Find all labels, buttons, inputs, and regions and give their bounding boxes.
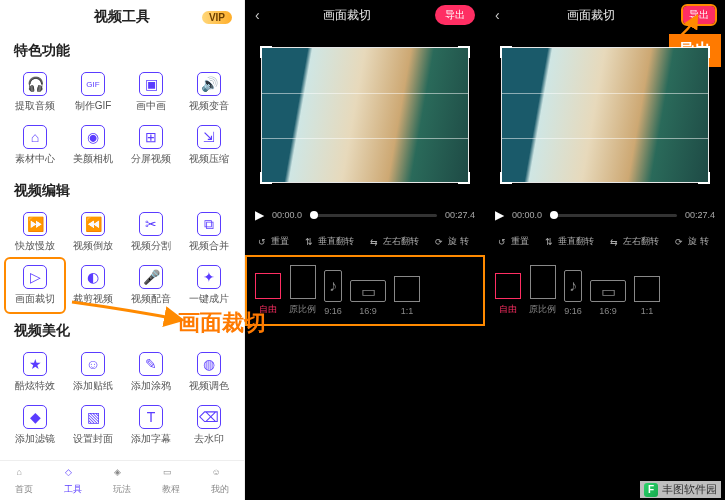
ratio-16:9[interactable]: ▭16:9 [590,280,626,316]
tool-label: 分屏视频 [131,152,171,166]
ratio-原比例[interactable]: 原比例 [289,265,316,316]
tool-label: 酷炫特效 [15,379,55,393]
back-icon[interactable]: ‹ [255,7,260,23]
play-icon[interactable]: ▶ [495,208,504,222]
tool-trim[interactable]: ◐裁剪视频 [64,259,122,312]
tool-label: 美颜相机 [73,152,113,166]
handle-tl[interactable] [260,46,272,58]
time-start: 00:00.0 [272,210,302,220]
timeline: ▶ 00:00.0 00:27.4 [485,200,725,228]
speed-icon: ⏩ [23,212,47,236]
ratio-9:16[interactable]: ♪9:16 [324,270,342,316]
tool-compress[interactable]: ⇲视频压缩 [180,119,238,172]
tool-label: 一键成片 [189,292,229,306]
flip-horizontal-button[interactable]: ⇆左右翻转 [365,232,424,251]
nav-book[interactable]: ▭教程 [162,467,180,496]
brush-icon: ✎ [139,352,163,376]
voice-icon: 🔊 [197,72,221,96]
tool-cover[interactable]: ▧设置封面 [64,399,122,452]
handle-bl[interactable] [500,172,512,184]
preview [485,30,725,200]
tool-sticker[interactable]: ☺添加贴纸 [64,346,122,399]
vip-badge[interactable]: VIP [202,11,232,24]
tool-crop[interactable]: ▷画面裁切 [6,259,64,312]
rotate-button[interactable]: ⟳旋 转 [670,232,714,251]
ratio-16:9[interactable]: ▭16:9 [350,280,386,316]
headphones-icon: 🎧 [23,72,47,96]
tool-voice[interactable]: 🔊视频变音 [180,66,238,119]
tool-camera[interactable]: ◉美颜相机 [64,119,122,172]
tool-split[interactable]: ⊞分屏视频 [122,119,180,172]
nav-label: 我的 [211,483,229,496]
seek-track[interactable] [310,214,437,217]
tool-brush[interactable]: ✎添加涂鸦 [122,346,180,399]
ratio-shape-icon [495,273,521,299]
tool-erase[interactable]: ⌫去水印 [180,399,238,452]
tool-speed[interactable]: ⏩快放慢放 [6,206,64,259]
tool-pip[interactable]: ▣画中画 [122,66,180,119]
ratio-1:1[interactable]: 1:1 [634,276,660,316]
compress-icon: ⇲ [197,125,221,149]
reset-button[interactable]: ↺重置 [493,232,534,251]
ratio-9:16[interactable]: ♪9:16 [564,270,582,316]
ratio-自由[interactable]: 自由 [495,273,521,316]
handle-tl[interactable] [500,46,512,58]
ratio-自由[interactable]: 自由 [255,273,281,316]
play-icon[interactable]: ▶ [255,208,264,222]
handle-br[interactable] [698,172,710,184]
ratio-原比例[interactable]: 原比例 [529,265,556,316]
ratio-shape-icon [290,265,316,299]
export-button[interactable]: 导出 [435,5,475,25]
crop-frame[interactable] [261,47,469,183]
ratio-shape-icon [530,265,556,299]
editor-area: ‹ 画面裁切 导出 ▶ 00:00.0 00:27.4 [245,0,725,500]
handle-tr[interactable] [698,46,710,58]
reset-button[interactable]: ↺重置 [253,232,294,251]
flip-vertical-button[interactable]: ⇅垂直翻转 [300,232,359,251]
handle-br[interactable] [458,172,470,184]
tool-star[interactable]: ★酷炫特效 [6,346,64,399]
section-title: 特色功能 [0,34,244,64]
back-icon[interactable]: ‹ [495,7,500,23]
rotate-button[interactable]: ⟳旋 转 [430,232,474,251]
tool-headphones[interactable]: 🎧提取音频 [6,66,64,119]
magic-icon: ✦ [197,265,221,289]
ratio-row: 自由原比例♪9:16▭16:91:1 [485,255,725,326]
tool-label: 视频变音 [189,99,229,113]
tool-label: 添加滤镜 [15,432,55,446]
tool-reverse[interactable]: ⏪视频倒放 [64,206,122,259]
watermark: F 丰图软件园 [640,481,721,498]
user-icon: ☺ [212,467,228,483]
tool-label: 去水印 [194,432,224,446]
tool-label: 快放慢放 [15,239,55,253]
flip-horizontal-button[interactable]: ⇆左右翻转 [605,232,664,251]
ratio-1:1[interactable]: 1:1 [394,276,420,316]
tool-magic[interactable]: ✦一键成片 [180,259,238,312]
seek-track[interactable] [550,214,677,217]
tool-filter[interactable]: ◆添加滤镜 [6,399,64,452]
crop-frame[interactable] [501,47,709,183]
ratio-shape-icon: ♪ [324,270,342,302]
time-end: 00:27.4 [445,210,475,220]
tool-label: 提取音频 [15,99,55,113]
tool-palette[interactable]: ◍视频调色 [180,346,238,399]
crop-editor-right: ‹ 画面裁切 导出 导出 ▶ 00:00.0 [485,0,725,500]
tool-dub[interactable]: 🎤视频配音 [122,259,180,312]
tool-cut[interactable]: ✂视频分割 [122,206,180,259]
timeline: ▶ 00:00.0 00:27.4 [245,200,485,228]
tool-merge[interactable]: ⧉视频合并 [180,206,238,259]
ratio-label: 原比例 [529,303,556,316]
nav-play[interactable]: ◈玩法 [113,467,131,496]
tool-text[interactable]: T添加字幕 [122,399,180,452]
crop-editor-left: ‹ 画面裁切 导出 ▶ 00:00.0 00:27.4 [245,0,485,500]
nav-tools[interactable]: ◇工具 [64,467,82,496]
flip-vertical-button[interactable]: ⇅垂直翻转 [540,232,599,251]
nav-home[interactable]: ⌂首页 [15,467,33,496]
ratio-shape-icon: ♪ [564,270,582,302]
handle-bl[interactable] [260,172,272,184]
tool-gif[interactable]: GIF制作GIF [64,66,122,119]
handle-tr[interactable] [458,46,470,58]
nav-user[interactable]: ☺我的 [211,467,229,496]
tool-store[interactable]: ⌂素材中心 [6,119,64,172]
ratio-label: 16:9 [359,306,377,316]
